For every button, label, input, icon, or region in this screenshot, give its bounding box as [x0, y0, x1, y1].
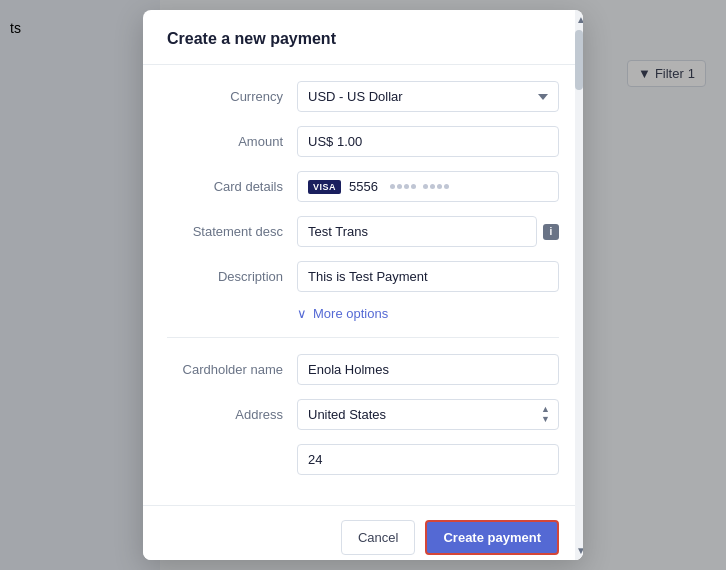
chevron-down-icon: ∨: [297, 306, 307, 321]
amount-row: Amount: [167, 126, 559, 157]
modal-footer: Cancel Create payment: [143, 505, 583, 560]
info-icon: i: [543, 224, 559, 240]
create-payment-modal: ▲ ▼ Create a new payment Currency USD - …: [143, 10, 583, 560]
statement-desc-label: Statement desc: [167, 224, 297, 239]
dot: [390, 184, 395, 189]
address-line2-row: [167, 444, 559, 475]
dot: [437, 184, 442, 189]
select-arrows-icon: ▲ ▼: [533, 405, 558, 425]
visa-badge: VISA: [308, 180, 341, 194]
amount-label: Amount: [167, 134, 297, 149]
modal-body: Currency USD - US Dollar Amount Card det…: [143, 65, 583, 505]
scrollbar-track: ▲ ▼: [575, 10, 583, 560]
more-options-row[interactable]: ∨ More options: [167, 306, 559, 321]
modal-title: Create a new payment: [167, 30, 559, 48]
address-row: Address United States ▲ ▼: [167, 399, 559, 430]
address-line2-input[interactable]: [297, 444, 559, 475]
card-details-row: Card details VISA 5556: [167, 171, 559, 202]
statement-desc-row: Statement desc i: [167, 216, 559, 247]
dot: [404, 184, 409, 189]
more-options-button[interactable]: More options: [313, 306, 388, 321]
address-label: Address: [167, 407, 297, 422]
description-row: Description: [167, 261, 559, 292]
card-number-text: 5556: [349, 179, 378, 194]
card-masked-dots: [390, 184, 449, 189]
modal-overlay: ▲ ▼ Create a new payment Currency USD - …: [0, 0, 726, 570]
create-payment-button[interactable]: Create payment: [425, 520, 559, 555]
amount-input[interactable]: [297, 126, 559, 157]
dot: [397, 184, 402, 189]
currency-select[interactable]: USD - US Dollar: [297, 81, 559, 112]
dot: [411, 184, 416, 189]
dot-group-2: [423, 184, 449, 189]
modal-header: Create a new payment: [143, 10, 583, 65]
description-input[interactable]: [297, 261, 559, 292]
cardholder-name-input[interactable]: [297, 354, 559, 385]
scroll-up-arrow[interactable]: ▲: [576, 14, 582, 25]
section-divider: [167, 337, 559, 338]
scrollbar-thumb[interactable]: [575, 30, 583, 90]
currency-label: Currency: [167, 89, 297, 104]
dot: [444, 184, 449, 189]
address-country-select[interactable]: United States: [298, 400, 533, 429]
dot-group-1: [390, 184, 416, 189]
statement-desc-input[interactable]: [297, 216, 537, 247]
scroll-down-arrow[interactable]: ▼: [576, 545, 582, 556]
currency-row: Currency USD - US Dollar: [167, 81, 559, 112]
card-input-field[interactable]: VISA 5556: [297, 171, 559, 202]
cancel-button[interactable]: Cancel: [341, 520, 415, 555]
card-details-label: Card details: [167, 179, 297, 194]
dot: [423, 184, 428, 189]
dot: [430, 184, 435, 189]
cardholder-name-row: Cardholder name: [167, 354, 559, 385]
address-select-wrapper[interactable]: United States ▲ ▼: [297, 399, 559, 430]
cardholder-name-label: Cardholder name: [167, 362, 297, 377]
description-label: Description: [167, 269, 297, 284]
